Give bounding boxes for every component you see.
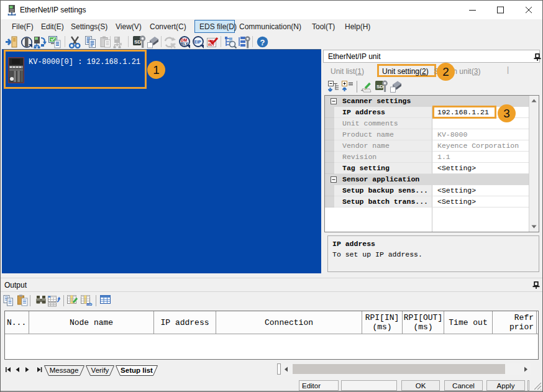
svg-text:EIP: EIP [194,40,202,44]
svg-text:SD: SD [376,84,383,89]
svg-text:Message: Message [50,367,79,374]
svg-text:Setup list: Setup list [121,367,153,374]
svg-text:ab: ab [86,301,92,307]
svg-text:Verify: Verify [91,367,109,374]
svg-text:?: ? [260,38,265,47]
